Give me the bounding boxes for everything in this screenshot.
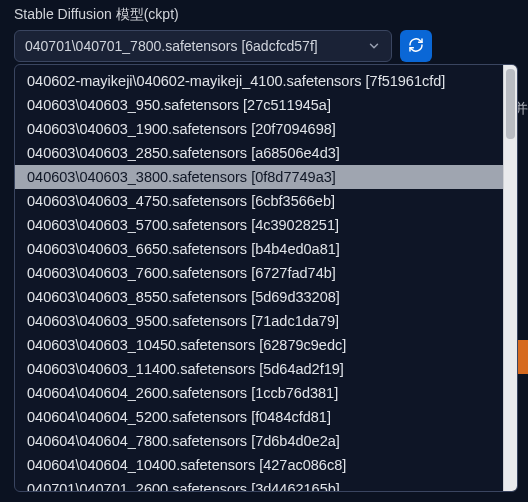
model-option[interactable]: 040603\040603_950.safetensors [27c511945… (15, 93, 503, 117)
model-option[interactable]: 040603\040603_4750.safetensors [6cbf3566… (15, 189, 503, 213)
model-option[interactable]: 040603\040603_7600.safetensors [6727fad7… (15, 261, 503, 285)
refresh-button[interactable] (400, 30, 432, 62)
model-option[interactable]: 040604\040604_5200.safetensors [f0484cfd… (15, 405, 503, 429)
chevron-down-icon (367, 39, 381, 53)
scrollbar[interactable] (503, 65, 517, 491)
model-option[interactable]: 040604\040604_7800.safetensors [7d6b4d0e… (15, 429, 503, 453)
model-dropdown: 040602-mayikeji\040602-mayikeji_4100.saf… (14, 64, 518, 492)
model-option[interactable]: 040603\040603_6650.safetensors [b4b4ed0a… (15, 237, 503, 261)
model-option[interactable]: 040701\040701_2600.safetensors [3d446216… (15, 477, 503, 491)
model-option[interactable]: 040603\040603_5700.safetensors [4c390282… (15, 213, 503, 237)
model-option[interactable]: 040604\040604_10400.safetensors [427ac08… (15, 453, 503, 477)
refresh-icon (408, 37, 424, 56)
model-option[interactable]: 040603\040603_3800.safetensors [0f8d7749… (15, 165, 503, 189)
model-option[interactable]: 040603\040603_9500.safetensors [71adc1da… (15, 309, 503, 333)
model-option[interactable]: 040603\040603_8550.safetensors [5d69d332… (15, 285, 503, 309)
background-orange-bar (518, 340, 528, 374)
model-option[interactable]: 040603\040603_1900.safetensors [20f70946… (15, 117, 503, 141)
model-option[interactable]: 040603\040603_10450.safetensors [62879c9… (15, 333, 503, 357)
model-select-row: 040701\040701_7800.safetensors [6adcfcd5… (14, 30, 516, 62)
model-select-header: Stable Diffusion 模型(ckpt) 040701\040701_… (0, 0, 528, 72)
scrollbar-thumb[interactable] (506, 69, 515, 139)
model-select-value: 040701\040701_7800.safetensors [6adcfcd5… (25, 38, 318, 54)
model-option[interactable]: 040603\040603_11400.safetensors [5d64ad2… (15, 357, 503, 381)
model-option[interactable]: 040604\040604_2600.safetensors [1ccb76d3… (15, 381, 503, 405)
model-select-label: Stable Diffusion 模型(ckpt) (14, 6, 516, 24)
model-select[interactable]: 040701\040701_7800.safetensors [6adcfcd5… (14, 30, 392, 62)
model-option[interactable]: 040603\040603_2850.safetensors [a68506e4… (15, 141, 503, 165)
model-option[interactable]: 040602-mayikeji\040602-mayikeji_4100.saf… (15, 69, 503, 93)
model-dropdown-list[interactable]: 040602-mayikeji\040602-mayikeji_4100.saf… (15, 65, 503, 491)
